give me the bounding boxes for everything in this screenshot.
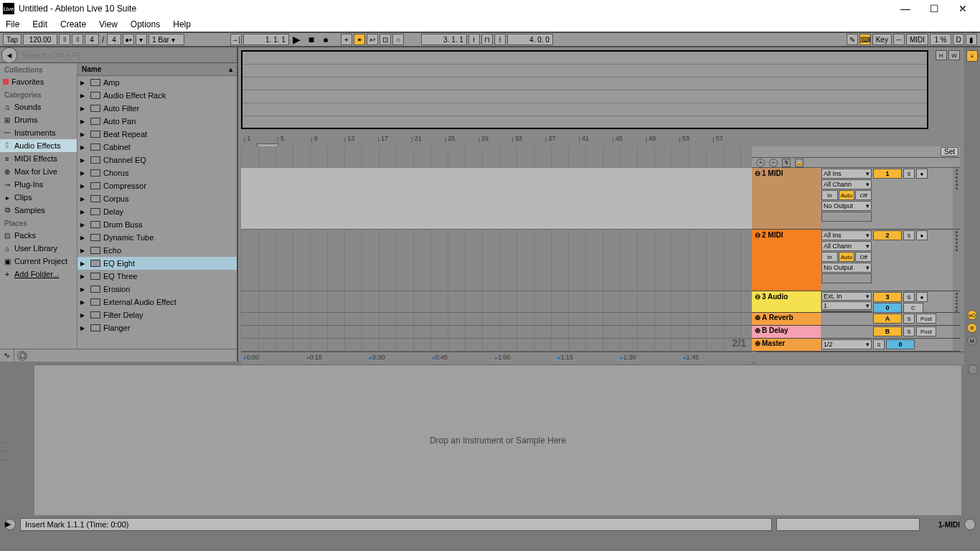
track-title[interactable]: ⊖2 MIDI (752, 230, 821, 291)
input-channel[interactable]: All Chann▾ (821, 179, 872, 189)
time-ruler[interactable]: ▸0:00▸0:15▸0:30▸0:45▸1:00▸1:15▸1:30▸1:45 (241, 352, 752, 364)
computer-midi-keyboard[interactable]: ⌨ (859, 34, 871, 45)
track-unfold-icon[interactable]: ⊕ (755, 326, 760, 334)
loop-start[interactable]: 3. 1. 1 (421, 34, 467, 45)
track-lanes[interactable]: 2/1 (241, 146, 752, 352)
return-header-a-reverb[interactable]: ⊕A ReverbASPost (752, 313, 960, 326)
send-c[interactable]: C (903, 303, 923, 313)
key-map-button[interactable]: Key (872, 34, 892, 45)
output-type[interactable]: No Output▾ (821, 263, 872, 273)
master-header[interactable]: ⊕Master1/2▾S0 (752, 339, 960, 352)
monitor-auto[interactable]: Auto (839, 190, 855, 200)
overview-w-button[interactable]: W (948, 50, 960, 60)
automation-mode[interactable]: ↯ (782, 159, 791, 167)
session-arrange-toggle[interactable]: ≡ (966, 50, 978, 62)
track-activator[interactable]: A (873, 314, 902, 324)
play-button[interactable]: ▶ (291, 34, 303, 45)
minimize-button[interactable]: — (891, 0, 920, 17)
track-title[interactable]: ⊕Master (752, 339, 821, 351)
arm-button[interactable]: ● (916, 169, 928, 179)
overview-h-button[interactable]: H (936, 50, 947, 60)
track-title[interactable]: ⊕A Reverb (752, 313, 821, 325)
device-item-eq-three[interactable]: ▶EQ Three (77, 270, 237, 283)
track-unfold-icon[interactable]: ⊖ (755, 231, 760, 239)
device-item-eq-eight[interactable]: ▶EQ Eight (77, 257, 237, 270)
tempo-nudge-up[interactable]: ⦀ (72, 34, 83, 45)
bar-ruler[interactable]: ▷ ◁ | 1| 5| 9| 13| 17| 21| 25| 29| 33| 3… (241, 133, 752, 146)
device-item-echo[interactable]: ▶Echo (77, 244, 237, 257)
sidebar-category-drums[interactable]: ⊞Drums (0, 113, 77, 126)
metronome-button[interactable]: ●• (123, 34, 134, 45)
track-unfold-icon[interactable]: ⊖ (755, 293, 760, 301)
menu-create[interactable]: Create (60, 19, 86, 29)
track-header-1-midi[interactable]: ⊖1 MIDIAll Ins▾All Chann▾InAutoOffNo Out… (752, 168, 960, 230)
arm-button[interactable]: ● (916, 230, 928, 240)
track-title[interactable]: ⊖1 MIDI (752, 168, 821, 229)
menu-help[interactable]: Help (173, 19, 191, 29)
master-vol[interactable]: 0 (886, 339, 915, 349)
device-item-corpus[interactable]: ▶Corpus (77, 192, 237, 205)
add-lane-button[interactable]: + (756, 159, 765, 167)
punch-in[interactable]: ⸠ (468, 34, 480, 45)
metronome-dropdown[interactable]: ▾ (136, 34, 147, 45)
device-item-filter-delay[interactable]: ▶Filter Delay (77, 309, 237, 321)
track-header-2-midi[interactable]: ⊖2 MIDIAll Ins▾All Chann▾InAutoOffNo Out… (752, 230, 960, 291)
monitor-in[interactable]: In (821, 190, 838, 200)
remove-lane-button[interactable]: − (769, 159, 778, 167)
sidebar-category-samples[interactable]: ⧉Samples (0, 204, 77, 217)
track-title[interactable]: ⊕B Delay (752, 326, 821, 338)
browser-back-button[interactable]: ◄ (1, 47, 17, 63)
track-header-3-audio[interactable]: ⊖3 AudioExt. In▾1▾3S●0C (752, 291, 960, 313)
device-item-audio-effect-rack[interactable]: ▶Audio Effect Rack (77, 89, 237, 102)
solo-button[interactable]: S (903, 169, 915, 179)
sidebar-category-instruments[interactable]: 〰Instruments (0, 126, 77, 139)
menu-view[interactable]: View (99, 19, 118, 29)
device-item-auto-pan[interactable]: ▶Auto Pan (77, 115, 237, 128)
menu-options[interactable]: Options (131, 19, 160, 29)
device-item-drum-buss[interactable]: ▶Drum Buss (77, 218, 237, 231)
arrangement-position[interactable]: 1. 1. 1 (243, 34, 289, 45)
time-sig-den[interactable]: 4 (107, 34, 121, 45)
solo-button[interactable]: S (873, 339, 885, 349)
solo-button[interactable]: S (903, 292, 915, 302)
time-sig-num[interactable]: 4 (85, 34, 99, 45)
device-item-chorus[interactable]: ▶Chorus (77, 166, 237, 179)
detail-handle[interactable]: ⋮⋮⋮ (0, 362, 10, 515)
io-section-toggle[interactable]: I•O (967, 310, 977, 320)
capture-button[interactable]: ⊡ (380, 34, 391, 45)
lock-envelopes[interactable]: 🔒 (795, 159, 804, 167)
overdub-button[interactable]: + (341, 34, 352, 45)
clip-detail-toggle[interactable] (968, 364, 978, 375)
track-activator[interactable]: 3 (873, 292, 902, 302)
input-channel[interactable]: 1▾ (821, 301, 872, 310)
sidebar-category-clips[interactable]: ▸Clips (0, 191, 77, 204)
sidebar-category-max-for-live[interactable]: ⊕Max for Live (0, 165, 77, 178)
status-indicator-left[interactable]: ▶ (4, 519, 16, 530)
arrangement-overview[interactable] (241, 50, 928, 129)
arm-button[interactable]: ● (916, 292, 928, 302)
device-item-channel-eq[interactable]: ▶Channel EQ (77, 154, 237, 166)
sidebar-place-add-folder-[interactable]: +Add Folder... (0, 268, 77, 281)
return-header-b-delay[interactable]: ⊕B DelayBSPost (752, 326, 960, 339)
track-unfold-icon[interactable]: ⊕ (755, 314, 760, 321)
search-input[interactable] (19, 51, 237, 60)
sidebar-category-plug-ins[interactable]: ⊸Plug-Ins (0, 178, 77, 191)
detail-drop-area[interactable]: Drop an Instrument or Sample Here (34, 364, 961, 515)
device-item-flanger[interactable]: ▶Flanger (77, 321, 237, 334)
sidebar-place-packs[interactable]: ⊡Packs (0, 229, 77, 242)
solo-button[interactable]: S (903, 314, 915, 324)
track-activator[interactable]: 2 (873, 230, 902, 240)
monitor-auto[interactable]: Auto (839, 252, 855, 262)
preview-button[interactable]: 🎧 (17, 351, 27, 361)
sidebar-favorites[interactable]: Favorites (0, 75, 77, 88)
solo-button[interactable]: S (903, 230, 915, 240)
track-title[interactable]: ⊖3 Audio (752, 291, 821, 312)
returns-toggle[interactable]: R (967, 323, 977, 333)
tap-tempo-button[interactable]: Tap (3, 34, 22, 45)
device-item-cabinet[interactable]: ▶Cabinet (77, 141, 237, 154)
output-type[interactable]: No Output▾ (821, 201, 872, 211)
close-button[interactable]: ✕ (948, 0, 977, 17)
loop-length[interactable]: 4. 0. 0 (507, 34, 553, 45)
midi-map-button[interactable]: MIDI (906, 34, 928, 45)
session-record[interactable]: ○ (392, 34, 404, 45)
